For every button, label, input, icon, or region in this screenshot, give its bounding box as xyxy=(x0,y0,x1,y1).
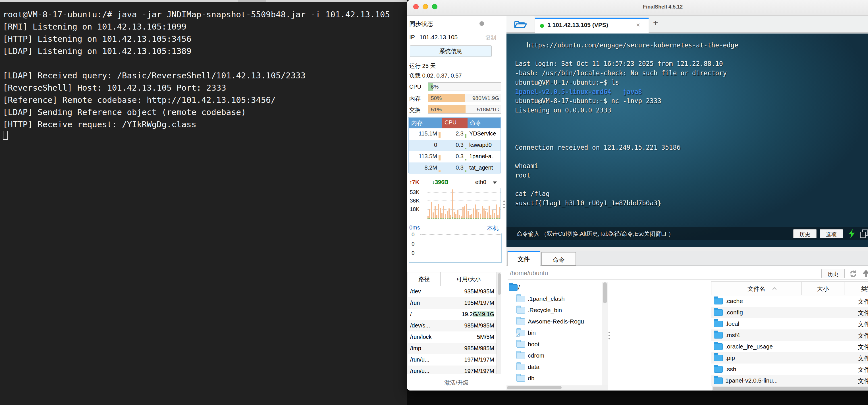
tab-files[interactable]: 文件 xyxy=(507,251,540,266)
terminal-line xyxy=(515,124,738,134)
path-input[interactable]: /home/ubuntu xyxy=(510,270,548,277)
history-button[interactable]: 历史 xyxy=(793,229,816,238)
lightning-icon[interactable] xyxy=(849,229,855,238)
folder-icon xyxy=(517,318,525,325)
pane-splitter-handle[interactable] xyxy=(609,330,610,341)
net-interface-select[interactable]: eth0 xyxy=(475,179,486,185)
tab-files-label: 文件 xyxy=(507,255,540,263)
process-table[interactable]: 内存CPU命令115.1M2.3YDService00.3kswapd0113.… xyxy=(408,117,501,173)
disk-row[interactable]: /run/u...197M/197M xyxy=(408,354,497,366)
ping-latency: 0ms xyxy=(409,224,420,231)
folder-icon xyxy=(714,377,723,384)
disk-scrollbar[interactable] xyxy=(497,272,501,374)
file-row[interactable]: .local文件夹2025/04/06 14:23 xyxy=(711,318,868,330)
file-row[interactable]: .pip文件夹2022/09/21 16:22 xyxy=(711,352,868,364)
process-row[interactable]: 00.3kswapd0 xyxy=(409,140,500,151)
jndi-terminal[interactable]: root@VM-8-17-ubuntu:/# java -jar JNDIMap… xyxy=(0,2,407,405)
uptime-label: 运行 25 天 xyxy=(409,62,436,70)
terminal-line: Listening on 0.0.0.0 2333 xyxy=(515,106,738,115)
file-row[interactable]: .config文件夹2025/03/10 08:54 xyxy=(711,307,868,318)
file-column-header[interactable]: 大小 xyxy=(802,282,844,295)
process-column-header[interactable]: 内存 xyxy=(409,118,442,128)
process-row[interactable]: 113.5M0.31panel-a. xyxy=(409,151,500,163)
terminal-line: [LDAP] Received query: /Basic/ReverseShe… xyxy=(3,70,390,82)
terminal-line: ubuntu@VM-8-17-ubuntu:~$ ls xyxy=(515,78,738,87)
path-bar: /home/ubuntu 历史 xyxy=(506,266,868,281)
terminal-line: https://ubuntu.com/engage/secure-kuberne… xyxy=(515,41,738,50)
connected-status-dot xyxy=(540,24,544,28)
cpu-percent: 6% xyxy=(431,84,438,90)
disk-row[interactable]: /dev935M/935M xyxy=(408,286,497,297)
file-table-header[interactable]: 文件名大小类型修改时间 xyxy=(711,281,868,295)
terminal-line: [HTTP] Listening on 101.42.13.105:3456 xyxy=(3,33,390,45)
file-column-header[interactable]: 类型 xyxy=(844,282,868,295)
terminal-line: whoami xyxy=(515,161,738,171)
clone-session-icon[interactable] xyxy=(860,230,868,238)
vertical-splitter-handle[interactable] xyxy=(503,199,505,210)
horizontal-splitter-handle[interactable] xyxy=(506,247,868,251)
window-title: FinalShell 4.5.12 xyxy=(407,4,868,10)
terminal-line xyxy=(515,180,738,190)
mem-detail: 980M/1.9G xyxy=(472,95,499,101)
titlebar[interactable]: FinalShell 4.5.12 xyxy=(407,0,868,15)
disk-row[interactable]: /dev/s...985M/985M xyxy=(408,320,497,332)
disk-table[interactable]: 路径可用/大小/dev935M/935M/run195M/197M/19.2G/… xyxy=(408,272,497,374)
file-row[interactable]: .msf4文件夹2025/04/10 09:47 xyxy=(711,330,868,341)
file-row[interactable]: 1panel-v2.0.5-linu...文件夹2025/08/12 17:52 xyxy=(711,375,868,386)
chevron-down-icon[interactable] xyxy=(493,181,497,184)
cpu-gauge: 6% xyxy=(428,82,501,91)
ping-host[interactable]: 本机 xyxy=(487,224,498,232)
swap-detail: 518M/1G xyxy=(477,106,499,113)
tree-vertical-scrollbar[interactable] xyxy=(602,282,608,385)
terminal-line: 1panel-v2.0.5-linux-amd64 java8 xyxy=(515,87,738,97)
file-panel-tab-bar: 文件 命令 xyxy=(506,251,868,266)
net-download-stat: ↓396B xyxy=(432,179,448,185)
terminal-line: root xyxy=(515,171,738,180)
swap-percent: 51% xyxy=(431,106,442,113)
ip-value: 101.42.13.105 xyxy=(420,34,458,41)
command-input-bar[interactable]: 命令输入 （双击Ctrl切换,Alt历史,Tab路径/命令,Esc关闭窗口 ） … xyxy=(506,227,868,240)
refresh-icon[interactable] xyxy=(849,270,857,278)
ip-label: IP xyxy=(409,34,415,41)
ssh-terminal[interactable]: https://ubuntu.com/engage/secure-kuberne… xyxy=(506,34,868,247)
process-row[interactable]: 115.1M2.3YDService xyxy=(409,128,500,140)
active-tab-indicator xyxy=(507,251,540,252)
tab-commands[interactable]: 命令 xyxy=(541,252,576,266)
disk-row[interactable]: /run/lock5M/5M xyxy=(408,332,497,343)
swap-label: 交换 xyxy=(409,106,421,114)
tab-session-1[interactable]: 1 101.42.13.105 (VPS) × xyxy=(535,18,649,33)
terminal-line: [Reference] Remote codebase: http://101.… xyxy=(3,94,390,106)
activate-upgrade-link[interactable]: 激活/升级 xyxy=(407,379,506,386)
disk-row[interactable]: /run195M/197M xyxy=(408,297,497,309)
system-info-button[interactable]: 系统信息 xyxy=(410,45,492,57)
process-column-header[interactable]: CPU xyxy=(442,118,468,128)
connection-manager-button[interactable] xyxy=(506,15,535,32)
disk-row[interactable]: /tmp985M/985M xyxy=(408,343,497,354)
net-upload-stat: ↑7K xyxy=(409,179,420,185)
copy-ip-button[interactable]: 复制 xyxy=(486,34,496,41)
net-ytick: 36K xyxy=(410,198,420,204)
process-column-header[interactable]: 命令 xyxy=(468,118,500,128)
file-row[interactable]: .oracle_jre_usage文件夹2025/04/23 17:14 xyxy=(711,341,868,352)
file-horizontal-scrollbar[interactable] xyxy=(712,386,868,391)
file-history-button[interactable]: 历史 xyxy=(822,269,845,278)
disk-row[interactable]: /19.2G/49.1G xyxy=(408,309,497,320)
cpu-label: CPU xyxy=(409,83,421,90)
active-tab-indicator xyxy=(535,18,649,19)
up-arrow-icon: ↑ xyxy=(409,179,412,185)
tree-horizontal-scrollbar[interactable] xyxy=(506,385,608,390)
file-column-header[interactable]: 文件名 xyxy=(711,282,802,295)
directory-tree[interactable]: /.1panel_clash.Recycle_binAwsome-Redis-R… xyxy=(506,281,602,391)
process-row[interactable]: 8.2M0.3tat_agent xyxy=(409,163,500,174)
file-browser: /.1panel_clash.Recycle_binAwsome-Redis-R… xyxy=(506,281,868,391)
file-row[interactable]: .cache文件夹2024/11/10 17:39 xyxy=(711,295,868,307)
terminal-line: Last login: Sat Oct 11 16:57:23 2025 fro… xyxy=(515,59,738,68)
folder-icon xyxy=(714,343,723,350)
file-row[interactable]: .ssh文件夹2025/09/17 16:26 xyxy=(711,364,868,375)
new-tab-button[interactable]: + xyxy=(653,18,658,28)
disk-row[interactable]: /run/u...197M/197M xyxy=(408,366,497,374)
terminal-line xyxy=(515,115,738,125)
close-tab-icon[interactable]: × xyxy=(636,21,640,29)
options-button[interactable]: 选项 xyxy=(820,229,843,238)
upload-parent-icon[interactable] xyxy=(862,270,868,278)
